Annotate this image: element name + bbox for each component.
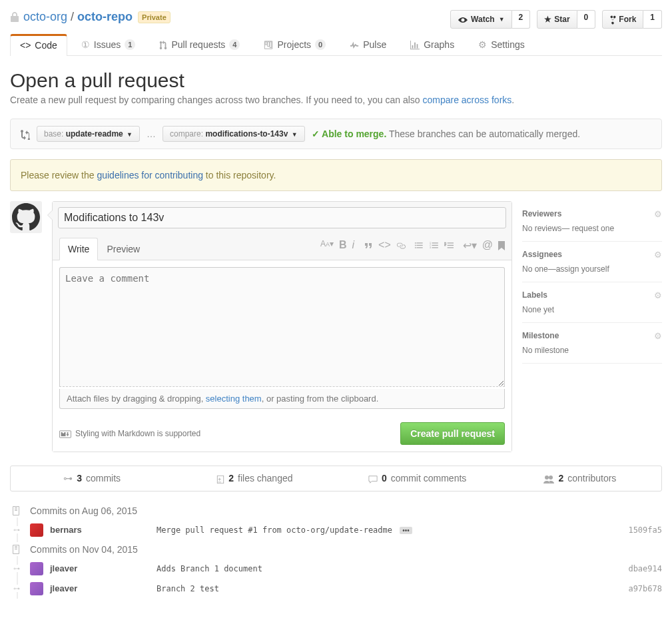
commit-sha[interactable]: dbae914 (628, 564, 662, 573)
project-icon (264, 39, 273, 50)
commit-author[interactable]: jleaver (50, 583, 150, 593)
fork-button[interactable]: Fork (602, 10, 643, 29)
tab-code[interactable]: <>Code (10, 34, 67, 56)
commit-dot-icon: ⊶ (13, 565, 20, 572)
markdown-hint[interactable]: Styling with Markdown is supported (59, 429, 200, 438)
watch-button[interactable]: Watch▼ (450, 10, 511, 29)
gear-icon[interactable]: ⚙ (654, 209, 662, 219)
diff-icon (216, 473, 224, 483)
commit-message[interactable]: Branch 2 test (157, 584, 621, 593)
guidelines-link[interactable]: guidelines for contributing (97, 170, 203, 180)
sidebar-assignees[interactable]: Assignees No one—assign yourself ⚙ (522, 242, 662, 282)
merge-status: ✓ Able to merge. These branches can be a… (312, 129, 580, 139)
commit-icon: ⊶ (63, 473, 73, 483)
base-branch-button[interactable]: base: update-readme ▼ (37, 126, 140, 142)
sidebar-reviewers[interactable]: Reviewers No reviews— request one ⚙ (522, 201, 662, 242)
svg-point-2 (415, 247, 416, 248)
create-pr-button[interactable]: Create pull request (400, 422, 505, 445)
stats-commits[interactable]: ⊶3 commits (11, 466, 173, 490)
preview-tab[interactable]: Preview (98, 238, 149, 260)
star-button[interactable]: ★ Star (537, 10, 577, 29)
range-dots: … (147, 129, 156, 139)
commit-sha[interactable]: 1509fa5 (628, 525, 662, 535)
fork-count[interactable]: 1 (643, 10, 662, 29)
contributing-notice: Please review the guidelines for contrib… (10, 159, 662, 191)
commit-row[interactable]: ⊶jleaverBranch 2 testa97b678 (10, 579, 662, 599)
tab-pulse[interactable]: Pulse (340, 34, 396, 55)
star-icon: ★ (544, 13, 551, 26)
quote-icon[interactable] (364, 239, 373, 252)
people-icon (543, 473, 554, 483)
gear-icon[interactable]: ⚙ (654, 290, 662, 300)
ol-icon[interactable]: 123 (430, 239, 439, 252)
sidebar-milestone[interactable]: Milestone No milestone ⚙ (522, 323, 662, 364)
stats-contributors[interactable]: 2 contributors (499, 466, 661, 490)
link-icon[interactable] (396, 239, 406, 252)
selecting-files-link[interactable]: selecting them (206, 394, 262, 404)
svg-point-1 (415, 245, 416, 246)
task-icon[interactable] (444, 239, 454, 252)
tab-pulls[interactable]: Pull requests4 (149, 34, 250, 55)
code-icon: <> (20, 40, 31, 51)
gear-icon: ⚙ (478, 39, 487, 50)
svg-text:3: 3 (430, 246, 431, 249)
commit-author[interactable]: bernars (50, 525, 150, 535)
lock-icon (10, 10, 19, 24)
page-subtitle: Create a new pull request by comparing c… (10, 95, 662, 105)
commit-message[interactable]: Merge pull request #1 from octo-org/upda… (157, 525, 621, 535)
italic-icon[interactable]: i (352, 239, 355, 252)
commit-sha[interactable]: a97b678 (628, 584, 662, 593)
commit-message[interactable]: Adds Branch 1 document (157, 564, 621, 573)
write-tab[interactable]: Write (59, 238, 98, 260)
markdown-icon (59, 429, 71, 438)
repo-name-link[interactable]: octo-repo (77, 10, 133, 23)
eye-icon (458, 13, 468, 26)
gear-icon[interactable]: ⚙ (654, 331, 662, 341)
tab-projects[interactable]: Projects0 (254, 34, 336, 55)
user-avatar[interactable] (10, 201, 42, 233)
commit-group-title: Commits on Aug 06, 2015 (10, 501, 662, 520)
graph-icon (410, 39, 420, 50)
compare-forks-link[interactable]: compare across forks (422, 95, 511, 105)
tab-settings[interactable]: ⚙Settings (468, 34, 535, 55)
sidebar-labels[interactable]: Labels None yet ⚙ (522, 282, 662, 323)
commit-row[interactable]: ⊶bernarsMerge pull request #1 from octo-… (10, 520, 662, 540)
tab-graphs[interactable]: Graphs (400, 34, 464, 55)
bold-icon[interactable]: B (339, 239, 347, 252)
repo-push-icon (11, 542, 21, 556)
mention-icon[interactable]: @ (482, 239, 493, 252)
commit-group-title: Commits on Nov 04, 2015 (10, 540, 662, 559)
textsize-icon[interactable]: AA▾ (320, 239, 334, 252)
privacy-badge: Private (138, 11, 170, 23)
bookmark-icon[interactable] (498, 239, 505, 252)
pr-title-input[interactable] (58, 207, 506, 228)
commit-avatar[interactable] (30, 582, 43, 595)
commit-row[interactable]: ⊶jleaverAdds Branch 1 documentdbae914 (10, 559, 662, 579)
repo-org-link[interactable]: octo-org (23, 10, 67, 24)
compare-icon (21, 129, 30, 140)
repo-push-icon (11, 503, 21, 517)
watch-count[interactable]: 2 (512, 10, 531, 29)
page-title: Open a pull request (10, 69, 662, 92)
commit-author[interactable]: jleaver (50, 563, 150, 573)
gear-icon[interactable]: ⚙ (654, 250, 662, 260)
commit-dot-icon: ⊶ (13, 526, 20, 533)
stats-comments[interactable]: 0 commit comments (336, 466, 499, 490)
comment-icon (368, 473, 378, 483)
commit-avatar[interactable] (30, 562, 43, 575)
branch-range-selector: base: update-readme ▼ … compare: modific… (10, 119, 662, 149)
pulse-icon (350, 39, 359, 50)
pr-body-textarea[interactable] (59, 267, 505, 387)
tab-issues[interactable]: ①Issues1 (71, 34, 146, 55)
expand-ellipsis[interactable]: ••• (400, 527, 412, 534)
stats-files[interactable]: 2 files changed (173, 466, 336, 490)
compare-branch-button[interactable]: compare: modifications-to-143v ▼ (163, 126, 305, 142)
reply-icon[interactable]: ↩▾ (463, 239, 477, 252)
star-count[interactable]: 0 (577, 10, 596, 29)
svg-point-0 (415, 242, 416, 244)
commit-avatar[interactable] (30, 523, 43, 537)
formatting-toolbar: AA▾ B i <> 123 ↩▾ @ (320, 239, 505, 252)
code-icon[interactable]: <> (378, 239, 391, 252)
ul-icon[interactable] (415, 239, 424, 252)
issue-icon: ① (81, 39, 90, 50)
